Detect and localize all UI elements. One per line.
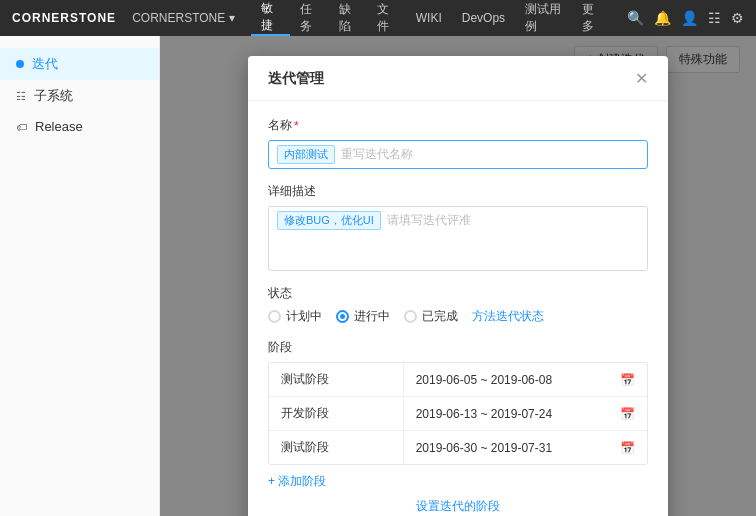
iteration-modal: 迭代管理 ✕ 名称 * 内部测试 重写迭代名称	[248, 56, 668, 516]
phases-field-group: 阶段 测试阶段 2019-06-05 ~ 2019-06-08 📅	[268, 339, 648, 515]
set-phases-link[interactable]: 设置迭代的阶段	[416, 499, 500, 513]
nav-item-agile[interactable]: 敏捷	[251, 0, 290, 36]
status-planned[interactable]: 计划中	[268, 308, 322, 325]
phases-link-center: 设置迭代的阶段	[268, 498, 648, 515]
tag-icon: 🏷	[16, 121, 27, 133]
nav-item-files[interactable]: 文件	[367, 0, 406, 36]
top-nav: CORNERSTONE CORNERSTONE ▾ 敏捷 任务 缺陷 文件 WI…	[0, 0, 756, 36]
phase-name-2: 测试阶段	[269, 431, 404, 464]
modal-body: 名称 * 内部测试 重写迭代名称 详细描述	[248, 101, 668, 516]
sidebar-item-subsystems[interactable]: ☷ 子系统	[0, 80, 159, 112]
sidebar-item-release[interactable]: 🏷 Release	[0, 112, 159, 141]
nav-items: 敏捷 任务 缺陷 文件 WIKI DevOps 测试用例 更多	[251, 0, 611, 36]
modal-title: 迭代管理	[268, 70, 324, 88]
status-label: 状态	[268, 285, 648, 302]
project-selector[interactable]: CORNERSTONE ▾	[132, 11, 235, 25]
nav-item-wiki[interactable]: WIKI	[406, 0, 452, 36]
status-method-link[interactable]: 方法迭代状态	[472, 308, 544, 325]
table-row: 测试阶段 2019-06-05 ~ 2019-06-08 📅	[269, 363, 647, 397]
radio-circle-inprogress	[336, 310, 349, 323]
main-layout: 迭代 ☷ 子系统 🏷 Release + 创建迭代 特殊功能 迭代管理 ✕	[0, 36, 756, 516]
brand-logo: CORNERSTONE	[12, 11, 116, 25]
radio-dot	[340, 314, 345, 319]
modal-overlay: 迭代管理 ✕ 名称 * 内部测试 重写迭代名称	[160, 36, 756, 516]
sidebar-item-label: 子系统	[34, 87, 73, 105]
description-tag: 修改BUG，优化UI	[277, 211, 381, 230]
status-group: 计划中 进行中 已完成	[268, 308, 648, 325]
sidebar-item-label: Release	[35, 119, 83, 134]
name-label: 名称 *	[268, 117, 648, 134]
nav-item-bugs[interactable]: 缺陷	[329, 0, 368, 36]
name-tag: 内部测试	[277, 145, 335, 164]
bell-icon[interactable]: 🔔	[654, 10, 671, 26]
calendar-icon-0[interactable]: 📅	[620, 373, 635, 387]
sidebar-item-label: 迭代	[32, 55, 58, 73]
nav-item-more[interactable]: 更多	[572, 0, 611, 36]
description-textarea[interactable]: 修改BUG，优化UI 请填写迭代评准	[268, 206, 648, 271]
table-row: 开发阶段 2019-06-13 ~ 2019-07-24 📅	[269, 397, 647, 431]
settings-icon[interactable]: ⚙	[731, 10, 744, 26]
name-placeholder: 重写迭代名称	[341, 146, 639, 163]
name-field-group: 名称 * 内部测试 重写迭代名称	[268, 117, 648, 169]
sidebar-item-iterations[interactable]: 迭代	[0, 48, 159, 80]
user-icon[interactable]: 👤	[681, 10, 698, 26]
calendar-icon-2[interactable]: 📅	[620, 441, 635, 455]
dot-icon	[16, 60, 24, 68]
nav-item-devops[interactable]: DevOps	[452, 0, 515, 36]
grid-icon[interactable]: ☷	[708, 10, 721, 26]
project-name: CORNERSTONE	[132, 11, 225, 25]
nav-item-tasks[interactable]: 任务	[290, 0, 329, 36]
phases-label: 阶段	[268, 339, 648, 356]
description-label: 详细描述	[268, 183, 648, 200]
phase-name-0: 测试阶段	[269, 363, 404, 396]
close-icon[interactable]: ✕	[635, 71, 648, 87]
phase-dates-1: 2019-06-13 ~ 2019-07-24 📅	[404, 399, 647, 429]
name-input[interactable]: 内部测试 重写迭代名称	[268, 140, 648, 169]
sidebar: 迭代 ☷ 子系统 🏷 Release	[0, 36, 160, 516]
description-placeholder: 请填写迭代评准	[387, 212, 471, 229]
add-phase-button[interactable]: + 添加阶段	[268, 473, 648, 490]
required-star: *	[294, 119, 299, 133]
phase-name-1: 开发阶段	[269, 397, 404, 430]
phase-dates-0: 2019-06-05 ~ 2019-06-08 📅	[404, 365, 647, 395]
status-field-group: 状态 计划中 进行中	[268, 285, 648, 325]
radio-circle-planned	[268, 310, 281, 323]
search-icon[interactable]: 🔍	[627, 10, 644, 26]
status-inprogress[interactable]: 进行中	[336, 308, 390, 325]
description-field-group: 详细描述 修改BUG，优化UI 请填写迭代评准	[268, 183, 648, 271]
content-area: + 创建迭代 特殊功能 迭代管理 ✕ 名称 *	[160, 36, 756, 516]
status-completed[interactable]: 已完成	[404, 308, 458, 325]
phase-dates-2: 2019-06-30 ~ 2019-07-31 📅	[404, 433, 647, 463]
phases-table: 测试阶段 2019-06-05 ~ 2019-06-08 📅 开发阶段 2019…	[268, 362, 648, 465]
calendar-icon-1[interactable]: 📅	[620, 407, 635, 421]
chevron-down-icon: ▾	[229, 11, 235, 25]
radio-circle-completed	[404, 310, 417, 323]
modal-header: 迭代管理 ✕	[248, 56, 668, 101]
nav-item-testcases[interactable]: 测试用例	[515, 0, 572, 36]
grid-icon: ☷	[16, 90, 26, 103]
nav-right: 🔍 🔔 👤 ☷ ⚙	[627, 10, 744, 26]
table-row: 测试阶段 2019-06-30 ~ 2019-07-31 📅	[269, 431, 647, 464]
